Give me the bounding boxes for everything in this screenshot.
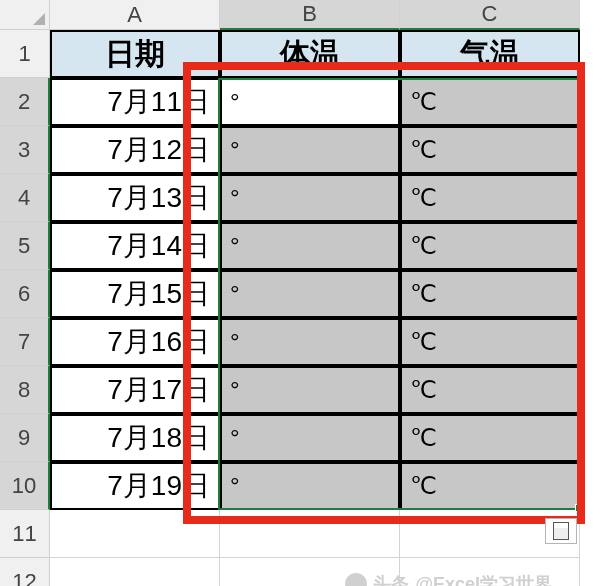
watermark: 头条 @Excel学习世界: [345, 572, 552, 586]
cell-A5[interactable]: 7月14日: [50, 222, 220, 270]
cell-A6[interactable]: 7月15日: [50, 270, 220, 318]
cell-C1[interactable]: 气温: [400, 30, 580, 78]
watermark-prefix: 头条: [373, 572, 409, 586]
cell-B5[interactable]: °: [220, 222, 400, 270]
col-header-B[interactable]: B: [220, 0, 400, 30]
cell-C4[interactable]: ℃: [400, 174, 580, 222]
cell-B6[interactable]: °: [220, 270, 400, 318]
row-header-3[interactable]: 3: [0, 126, 50, 174]
cell-C6[interactable]: ℃: [400, 270, 580, 318]
watermark-author: @Excel学习世界: [415, 572, 552, 586]
cell-C2[interactable]: ℃: [400, 78, 580, 126]
cell-B4[interactable]: °: [220, 174, 400, 222]
row-header-8[interactable]: 8: [0, 366, 50, 414]
col-header-A[interactable]: A: [50, 0, 220, 30]
cell-B9[interactable]: °: [220, 414, 400, 462]
row-header-5[interactable]: 5: [0, 222, 50, 270]
cell-A11[interactable]: [50, 510, 220, 558]
cell-B10[interactable]: °: [220, 462, 400, 510]
cell-C3[interactable]: ℃: [400, 126, 580, 174]
cell-C9[interactable]: ℃: [400, 414, 580, 462]
cell-C5[interactable]: ℃: [400, 222, 580, 270]
spreadsheet-grid: A B C 1 日期 体温 气温 2 7月11日 ° ℃ 3 7月12日 ° ℃…: [0, 0, 612, 586]
row-header-6[interactable]: 6: [0, 270, 50, 318]
cell-A8[interactable]: 7月17日: [50, 366, 220, 414]
cell-A9[interactable]: 7月18日: [50, 414, 220, 462]
row-header-4[interactable]: 4: [0, 174, 50, 222]
cell-A4[interactable]: 7月13日: [50, 174, 220, 222]
cell-B11[interactable]: [220, 510, 400, 558]
cell-A12[interactable]: [50, 558, 220, 586]
row-header-7[interactable]: 7: [0, 318, 50, 366]
watermark-logo-icon: [345, 573, 367, 586]
cell-A1[interactable]: 日期: [50, 30, 220, 78]
cell-A7[interactable]: 7月16日: [50, 318, 220, 366]
cell-B8[interactable]: °: [220, 366, 400, 414]
row-header-12[interactable]: 12: [0, 558, 50, 586]
paste-options-button[interactable]: [545, 518, 577, 544]
row-header-2[interactable]: 2: [0, 78, 50, 126]
row-header-11[interactable]: 11: [0, 510, 50, 558]
cell-B3[interactable]: °: [220, 126, 400, 174]
cell-A10[interactable]: 7月19日: [50, 462, 220, 510]
row-header-9[interactable]: 9: [0, 414, 50, 462]
cell-A2[interactable]: 7月11日: [50, 78, 220, 126]
cell-B7[interactable]: °: [220, 318, 400, 366]
cell-C7[interactable]: ℃: [400, 318, 580, 366]
select-all-corner[interactable]: [0, 0, 50, 30]
row-header-1[interactable]: 1: [0, 30, 50, 78]
cell-A3[interactable]: 7月12日: [50, 126, 220, 174]
cell-B2[interactable]: °: [220, 78, 400, 126]
row-header-10[interactable]: 10: [0, 462, 50, 510]
cell-C10[interactable]: ℃: [400, 462, 580, 510]
cell-C8[interactable]: ℃: [400, 366, 580, 414]
col-header-C[interactable]: C: [400, 0, 580, 30]
cell-B1[interactable]: 体温: [220, 30, 400, 78]
